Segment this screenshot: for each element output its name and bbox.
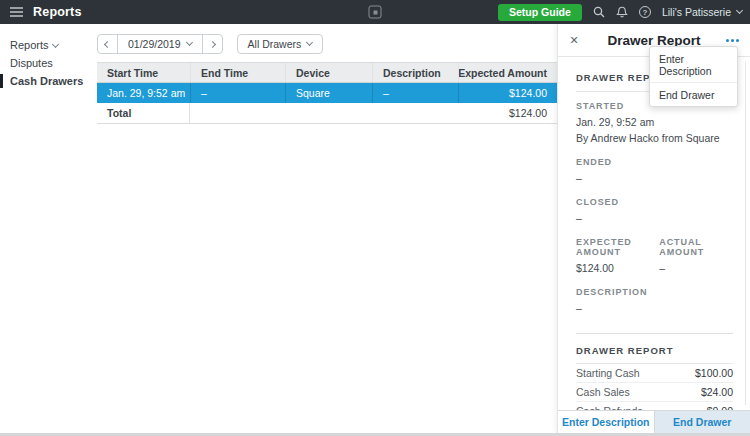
main-content: 01/29/2019 All Drawers Start Time End Ti… (90, 24, 557, 433)
sidebar-item-cash-drawers[interactable]: Cash Drawers (0, 72, 90, 90)
drawers-table: Start Time End Time Device Description E… (97, 62, 557, 124)
summary-row-cash-refunds: Cash Refunds $0.00 (576, 402, 733, 410)
column-header-description[interactable]: Description (372, 63, 458, 82)
hamburger-menu-icon[interactable] (10, 5, 24, 19)
summary-row-starting-cash: Starting Cash $100.00 (576, 364, 733, 383)
enter-description-button[interactable]: Enter Description (558, 411, 654, 433)
overflow-menu-icon[interactable] (726, 39, 739, 42)
account-menu[interactable]: Lili's Patisserie (662, 6, 742, 18)
drawers-filter-dropdown[interactable]: All Drawers (237, 34, 324, 54)
date-picker: 01/29/2019 (97, 34, 223, 54)
notifications-bell-icon[interactable] (616, 6, 628, 18)
summary-row-cash-sales: Cash Sales $24.00 (576, 383, 733, 402)
ended-label: ENDED (576, 157, 733, 167)
date-dropdown[interactable]: 01/29/2019 (117, 35, 203, 53)
actual-amount-value: – (659, 262, 733, 274)
help-icon[interactable]: ? (639, 6, 651, 18)
table-row[interactable]: Jan. 29, 9:52 am – Square – $124.00 (97, 83, 557, 103)
field-expected-amount: EXPECTED AMOUNT $124.00 (576, 237, 659, 274)
column-header-expected-amount[interactable]: Expected Amount (458, 63, 557, 82)
drawers-filter-value: All Drawers (248, 38, 302, 50)
app-window: Reports Setup Guide ? Lili's Patisserie … (0, 0, 750, 436)
chevron-left-icon (104, 40, 111, 47)
description-value: – (576, 302, 733, 314)
expected-amount-value: $124.00 (576, 262, 659, 274)
field-description: DESCRIPTION – (576, 287, 733, 314)
sidebar: Reports Disputes Cash Drawers (0, 24, 90, 433)
section-title-summary: DRAWER REPORT (576, 345, 733, 364)
table-total-row: Total $124.00 (97, 103, 557, 124)
menu-item-end-drawer[interactable]: End Drawer (650, 82, 737, 106)
chevron-right-icon (209, 40, 216, 47)
section-divider (576, 333, 733, 334)
started-value: Jan. 29, 9:52 am (576, 116, 733, 128)
date-value: 01/29/2019 (128, 38, 181, 50)
row-end-time: – (190, 83, 285, 103)
next-date-button[interactable] (203, 35, 222, 53)
column-header-end-time[interactable]: End Time (190, 63, 285, 82)
field-started: STARTED Jan. 29, 9:52 am By Andrew Hacko… (576, 101, 733, 144)
top-bar: Reports Setup Guide ? Lili's Patisserie (0, 0, 750, 24)
menu-item-enter-description[interactable]: Enter Description (650, 47, 737, 82)
search-icon[interactable] (593, 6, 605, 18)
setup-guide-button[interactable]: Setup Guide (498, 4, 582, 21)
chevron-down-icon (51, 41, 58, 48)
square-logo-icon (369, 6, 382, 19)
column-header-device[interactable]: Device (285, 63, 372, 82)
sidebar-item-reports[interactable]: Reports (0, 36, 90, 54)
context-menu: Enter Description End Drawer (649, 46, 738, 107)
sidebar-item-disputes[interactable]: Disputes (0, 54, 90, 72)
chevron-down-icon (306, 39, 313, 46)
panel-scrollbar[interactable] (745, 62, 746, 405)
page-title: Reports (33, 5, 82, 19)
ended-value: – (576, 172, 733, 184)
field-closed: CLOSED – (576, 197, 733, 224)
chevron-down-icon (736, 7, 743, 14)
amounts-row: EXPECTED AMOUNT $124.00 ACTUAL AMOUNT – (576, 237, 733, 274)
total-amount: $124.00 (190, 107, 557, 119)
description-label: DESCRIPTION (576, 287, 733, 297)
row-device: Square (285, 83, 372, 103)
table-header-row: Start Time End Time Device Description E… (97, 62, 557, 83)
column-header-start-time[interactable]: Start Time (97, 67, 190, 79)
drawer-report-panel: × Drawer Report Enter Description End Dr… (557, 24, 750, 433)
panel-footer: Enter Description End Drawer (558, 410, 750, 433)
closed-label: CLOSED (576, 197, 733, 207)
expected-amount-label: EXPECTED AMOUNT (576, 237, 659, 257)
field-ended: ENDED – (576, 157, 733, 184)
closed-value: – (576, 212, 733, 224)
row-description: – (372, 83, 458, 103)
row-expected-amount: $124.00 (458, 83, 557, 103)
close-icon[interactable]: × (570, 33, 578, 47)
chevron-down-icon (186, 39, 193, 46)
actual-amount-label: ACTUAL AMOUNT (659, 237, 733, 257)
started-by: By Andrew Hacko from Square (576, 132, 733, 144)
end-drawer-button[interactable]: End Drawer (654, 411, 750, 433)
field-actual-amount: ACTUAL AMOUNT – (659, 237, 733, 274)
panel-content: DRAWER REPORT STARTED Jan. 29, 9:52 am B… (558, 57, 750, 410)
prev-date-button[interactable] (98, 35, 117, 53)
row-start-time: Jan. 29, 9:52 am (97, 87, 190, 99)
total-label: Total (97, 103, 190, 123)
business-name: Lili's Patisserie (662, 6, 731, 18)
filter-bar: 01/29/2019 All Drawers (97, 34, 323, 54)
